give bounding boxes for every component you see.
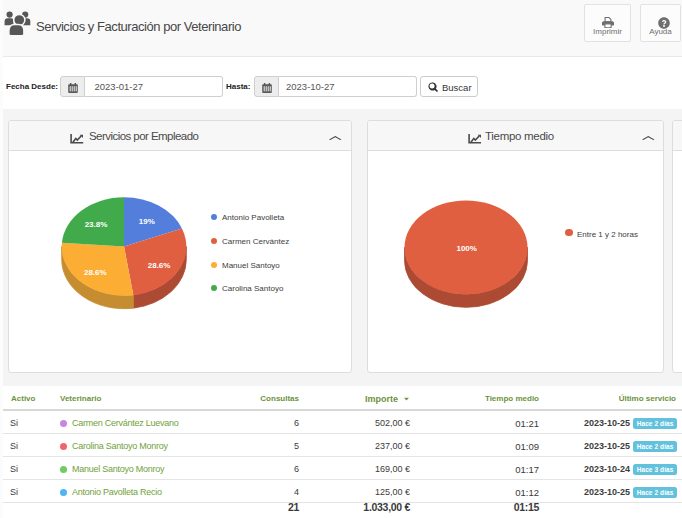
svg-text:19%: 19% [139,217,155,226]
svg-text:23.8%: 23.8% [85,220,108,229]
svg-text:28.6%: 28.6% [84,268,107,277]
svg-text:28.6%: 28.6% [148,261,171,270]
svg-text:100%: 100% [456,244,476,253]
